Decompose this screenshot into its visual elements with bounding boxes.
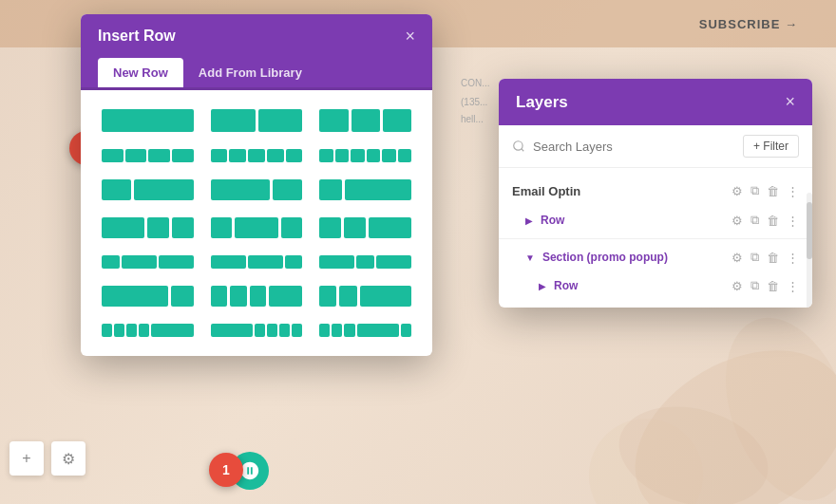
layout-thin-4c[interactable] [315, 320, 415, 341]
layout-3col[interactable] [315, 105, 415, 136]
layer-row-delete-icon[interactable]: 🗑 [767, 214, 779, 228]
layout-2-1-1[interactable] [98, 214, 198, 242]
layout-6col[interactable] [315, 145, 415, 166]
layer-section-promo-label[interactable]: Section (promo popup) [542, 251, 726, 264]
layer-row-settings-icon[interactable]: ⚙ [732, 214, 743, 228]
layer-sub-copy-icon[interactable]: ⧉ [750, 278, 759, 293]
layer-section-promo-item: ▼ Section (promo popup) ⚙ ⧉ 🗑 ⋮ [499, 243, 812, 271]
layer-section-more-icon[interactable]: ⋮ [787, 251, 799, 265]
layer-section-promo-actions: ⚙ ⧉ 🗑 ⋮ [732, 250, 799, 265]
layers-scrollbar-thumb [807, 202, 812, 259]
svg-point-4 [514, 141, 522, 150]
layer-sub-expand-icon[interactable]: ▶ [539, 281, 546, 291]
layer-section-expand-icon[interactable]: ▼ [525, 252, 535, 263]
layers-content: Email Optin ⚙ ⧉ 🗑 ⋮ ▶ Row ⚙ ⧉ 🗑 ⋮ ▼ Sect… [499, 168, 812, 308]
layers-filter-button[interactable]: + Filter [743, 135, 799, 158]
layer-section-copy-icon[interactable]: ⧉ [750, 250, 759, 265]
page-preview-text: hell... [461, 112, 490, 127]
modal-header: Insert Row × [81, 14, 432, 58]
layers-search-row: + Filter [499, 125, 812, 168]
add-module-button[interactable]: + [10, 441, 44, 476]
layout-1-1-3[interactable] [315, 282, 415, 310]
layout-1-3[interactable] [315, 176, 415, 204]
add-icon: + [22, 450, 30, 467]
layer-sub-row-label[interactable]: Row [554, 279, 726, 292]
layers-close-button[interactable]: × [785, 92, 795, 112]
layer-separator-1 [499, 238, 812, 239]
layer-row-label[interactable]: Row [541, 214, 726, 227]
layer-section-delete-icon[interactable]: 🗑 [767, 251, 779, 265]
layout-thin-4b[interactable] [207, 320, 307, 341]
layout-1-2-2[interactable] [98, 252, 198, 272]
search-icon [512, 140, 525, 153]
layer-email-optin-label: Email Optin [512, 184, 580, 198]
bottom-toolbar: + ⚙ [10, 441, 86, 476]
tab-add-library[interactable]: Add From Library [183, 58, 317, 87]
layer-sub-more-icon[interactable]: ⋮ [787, 279, 799, 293]
layer-sub-delete-icon[interactable]: 🗑 [767, 279, 779, 293]
layout-1-1-2[interactable] [315, 214, 415, 242]
layer-email-optin-actions: ⚙ ⧉ 🗑 ⋮ [732, 183, 799, 198]
step-1-badge: 1 [209, 453, 243, 487]
layer-more-icon[interactable]: ⋮ [787, 184, 799, 198]
layout-1-2-1[interactable] [207, 214, 307, 242]
settings-icon: ⚙ [62, 450, 75, 468]
layout-5col[interactable] [207, 145, 307, 166]
modal-tabs: New Row Add From Library [81, 58, 432, 90]
layers-scrollbar[interactable] [807, 193, 812, 308]
layer-sub-row-item: ▶ Row ⚙ ⧉ 🗑 ⋮ [499, 271, 812, 300]
layout-2-2-1[interactable] [207, 252, 307, 272]
layout-3-1[interactable] [98, 282, 198, 310]
layout-2-1-2[interactable] [315, 252, 415, 272]
layer-sub-row-actions: ⚙ ⧉ 🗑 ⋮ [732, 278, 799, 293]
layer-row-copy-icon[interactable]: ⧉ [750, 213, 759, 228]
svg-line-5 [522, 149, 524, 152]
settings-button[interactable]: ⚙ [51, 441, 86, 476]
page-preview-id: (135... [461, 95, 490, 110]
layer-settings-icon[interactable]: ⚙ [732, 184, 743, 198]
layout-1-2[interactable] [98, 176, 198, 204]
layout-thin-4a[interactable] [98, 320, 198, 341]
modal-close-button[interactable]: × [405, 28, 415, 45]
layout-2col[interactable] [207, 105, 307, 136]
layers-header: Layers × [499, 79, 812, 125]
page-preview-label: CON... [461, 76, 490, 91]
layout-2-1[interactable] [207, 176, 307, 204]
layer-expand-icon[interactable]: ▶ [525, 215, 533, 226]
tab-new-row[interactable]: New Row [98, 58, 183, 87]
layer-copy-icon[interactable]: ⧉ [750, 183, 759, 198]
insert-row-modal: Insert Row × New Row Add From Library [81, 14, 432, 356]
layer-row-actions: ⚙ ⧉ 🗑 ⋮ [732, 213, 799, 228]
layer-row-more-icon[interactable]: ⋮ [787, 214, 799, 228]
layers-panel: Layers × + Filter Email Optin ⚙ ⧉ 🗑 ⋮ ▶ … [499, 79, 812, 308]
step-1-label: 1 [222, 462, 230, 477]
layer-sub-settings-icon[interactable]: ⚙ [732, 279, 743, 293]
layout-4col[interactable] [98, 145, 198, 166]
subscribe-button[interactable]: SUBSCRIBE → [699, 17, 798, 31]
modal-title: Insert Row [98, 28, 176, 45]
modal-body [81, 90, 432, 356]
layout-1col[interactable] [98, 105, 198, 136]
layer-row-item: ▶ Row ⚙ ⧉ 🗑 ⋮ [499, 206, 812, 234]
layers-search-input[interactable] [533, 140, 735, 154]
page-content-preview: CON... (135... hell... [461, 76, 490, 127]
layer-delete-icon[interactable]: 🗑 [767, 184, 779, 198]
layers-title: Layers [516, 93, 568, 112]
layer-section-settings-icon[interactable]: ⚙ [732, 251, 743, 265]
layer-email-optin-header: Email Optin ⚙ ⧉ 🗑 ⋮ [499, 176, 812, 206]
layout-1-1-1-2[interactable] [207, 282, 307, 310]
